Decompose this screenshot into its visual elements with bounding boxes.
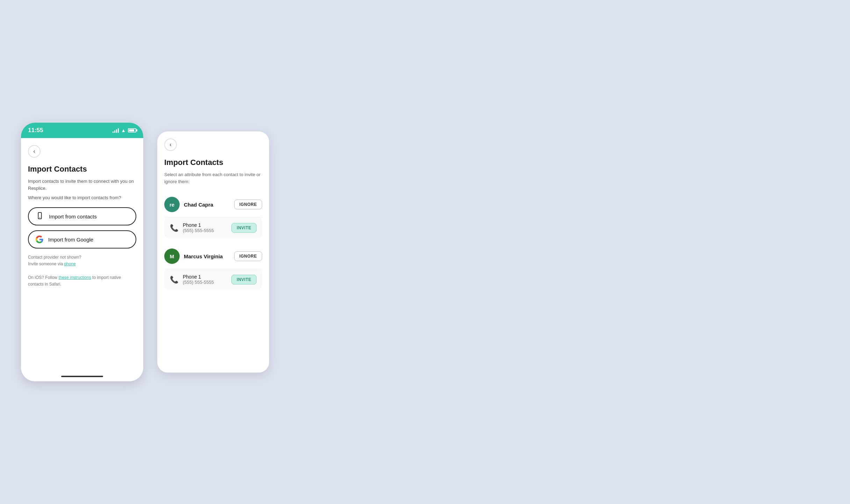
google-icon — [36, 236, 43, 243]
chad-phone-label: Phone 1 — [183, 222, 227, 228]
home-indicator — [61, 376, 103, 377]
marcus-name: Marcus Virginia — [184, 253, 230, 259]
chad-phone-number: (555) 555-5555 — [183, 228, 227, 233]
status-icons: ▲ — [113, 128, 136, 133]
phone-call-icon-marcus: 📞 — [170, 275, 179, 284]
chad-phone-detail: 📞 Phone 1 (555) 555-5555 INVITE — [164, 217, 262, 238]
phone-left-content: ‹ Import Contacts Import contacts to inv… — [21, 138, 143, 381]
marcus-phone-detail: 📞 Phone 1 (555) 555-5555 INVITE — [164, 269, 262, 290]
battery-icon — [128, 128, 136, 132]
instructions-link[interactable]: these instructions — [58, 275, 91, 280]
phone-right-content: ‹ Import Contacts Select an attribute fr… — [157, 131, 269, 373]
marcus-ignore-button[interactable]: IGNORE — [234, 251, 262, 261]
svg-rect-0 — [38, 212, 41, 218]
back-button[interactable]: ‹ — [28, 145, 41, 158]
chad-ignore-button[interactable]: IGNORE — [234, 200, 262, 209]
footer-line2: Invite someone via phone — [28, 261, 136, 267]
chad-invite-button[interactable]: INVITE — [231, 223, 257, 233]
footer-line3: On iOS? Follow these instructions to imp… — [28, 274, 136, 288]
wifi-icon: ▲ — [121, 128, 126, 133]
phone-link[interactable]: phone — [64, 261, 75, 266]
import-google-label: Import from Google — [48, 237, 93, 243]
back-arrow-icon: ‹ — [33, 149, 35, 154]
status-bar: 11:55 ▲ — [21, 123, 143, 138]
import-contacts-label: Import from contacts — [49, 214, 97, 219]
left-phone: 11:55 ▲ ‹ Import Contacts Import contact… — [21, 123, 143, 381]
page-description: Import contacts to invite them to connec… — [28, 178, 136, 192]
marcus-invite-button[interactable]: INVITE — [231, 275, 257, 285]
chad-avatar: re — [164, 197, 180, 212]
marcus-phone-info: Phone 1 (555) 555-5555 — [183, 274, 227, 285]
contacts-list: re Chad Capra IGNORE 📞 Phone 1 (555) 555… — [164, 192, 262, 295]
import-contacts-subtitle: Select an attribute from each contact to… — [164, 171, 262, 185]
svg-point-1 — [39, 217, 40, 218]
status-time: 11:55 — [28, 127, 43, 134]
page-question: Where you would like to import contacts … — [28, 195, 136, 200]
chad-name: Chad Capra — [184, 202, 230, 208]
phone-device-icon — [36, 212, 44, 221]
right-phone: ‹ Import Contacts Select an attribute fr… — [157, 131, 269, 373]
marcus-phone-label: Phone 1 — [183, 274, 227, 280]
footer-line1: Contact provider not shown? — [28, 254, 136, 261]
phone-call-icon-chad: 📞 — [170, 224, 179, 232]
import-from-google-button[interactable]: Import from Google — [28, 230, 136, 249]
import-from-contacts-button[interactable]: Import from contacts — [28, 207, 136, 225]
contact-row-marcus: M Marcus Virginia IGNORE — [164, 244, 262, 269]
chad-phone-info: Phone 1 (555) 555-5555 — [183, 222, 227, 233]
page-title: Import Contacts — [28, 165, 136, 174]
import-contacts-title: Import Contacts — [164, 158, 262, 167]
contact-row-chad: re Chad Capra IGNORE — [164, 192, 262, 217]
signal-icon — [113, 128, 119, 133]
footer-text: Contact provider not shown? Invite someo… — [28, 254, 136, 288]
marcus-phone-number: (555) 555-5555 — [183, 280, 227, 285]
marcus-avatar: M — [164, 249, 180, 264]
back-arrow-icon-right: ‹ — [170, 142, 171, 147]
back-button-right[interactable]: ‹ — [164, 138, 177, 151]
